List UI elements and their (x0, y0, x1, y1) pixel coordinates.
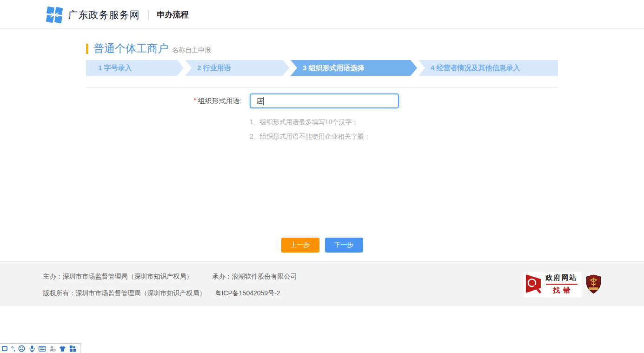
form-label: *组织形式用语: (86, 97, 250, 106)
badge-top-text: 政府网站 (546, 273, 578, 282)
ime-menu-icon[interactable] (69, 345, 77, 353)
page-subtitle: 名称自主申报 (172, 46, 211, 54)
footer-host: 主办：深圳市市场监督管理局（深圳市知识产权局） (43, 273, 193, 280)
text-caret (263, 97, 264, 105)
wizard-actions: 上一步 下一步 (86, 238, 558, 253)
previous-step-button[interactable]: 上一步 (281, 238, 319, 253)
hint-line-2: 2、组织形式用语不能使用企业相关字眼： (250, 132, 558, 141)
pinwheel-logo-icon (45, 6, 64, 24)
required-asterisk: * (193, 97, 196, 104)
form-hints: 1、组织形式用语最多填写10个汉字； 2、组织形式用语不能使用企业相关字眼： (250, 117, 558, 141)
step-3-zuzhixingshi: 3 组织形式用语选择 (291, 60, 417, 76)
step-2-hangye: 2 行业用语 (185, 60, 289, 76)
ime-voice-icon[interactable] (28, 345, 36, 353)
brand-home-link[interactable]: 广东政务服务网 (45, 6, 140, 24)
step-1-zihao: 1 字号录入 (86, 60, 184, 76)
footer: 主办：深圳市市场监督管理局（深圳市知识产权局）承办：浪潮软件股份有限公司 版权所… (0, 261, 644, 306)
ime-toolbar: °, (0, 343, 80, 353)
hint-line-1: 1、组织形式用语最多填写10个汉字； (250, 117, 558, 127)
page-title: 普通个体工商户 (93, 41, 168, 56)
ime-punctuation-icon[interactable]: °, (11, 346, 15, 352)
ime-mode-icon[interactable] (1, 345, 8, 353)
page-title-row: 普通个体工商户 名称自主申报 (86, 29, 558, 56)
brand-title: 广东政务服务网 (68, 8, 140, 21)
badge-divider (546, 284, 578, 285)
ime-keyboard-icon[interactable] (39, 345, 46, 353)
ime-account-icon[interactable] (49, 345, 56, 353)
header: 广东政务服务网 申办流程 (0, 0, 644, 29)
step-progress-bar: 1 字号录入 2 行业用语 3 组织形式用语选择 4 经营者情况及其他信息录入 (86, 60, 558, 76)
footer-copyright: 版权所有：深圳市市场监督管理局（深圳市知识产权局） (43, 289, 206, 297)
error-report-magnifier-icon (525, 273, 543, 296)
footer-line-2: 版权所有：深圳市市场监督管理局（深圳市知识产权局）粤ICP备15042059号-… (43, 289, 297, 297)
main-content: 普通个体工商户 名称自主申报 1 字号录入 2 行业用语 3 组织形式用语选择 … (86, 29, 558, 261)
ime-skin-icon[interactable] (59, 345, 66, 353)
form-row: *组织形式用语: (86, 93, 558, 108)
step-4-jingyingzhe: 4 经营者情况及其他信息录入 (418, 60, 558, 76)
section-divider (86, 87, 558, 87)
header-divider (148, 10, 149, 20)
next-step-button[interactable]: 下一步 (325, 238, 363, 253)
nav-title: 申办流程 (157, 9, 189, 20)
gov-website-error-report-badge[interactable]: 政府网站 找错 (524, 272, 582, 297)
ime-emoji-icon[interactable] (18, 345, 26, 353)
footer-undertaker: 承办：浪潮软件股份有限公司 (212, 273, 297, 280)
icp-record-link[interactable]: 粤ICP备15042059号-2 (215, 289, 280, 297)
footer-line-1: 主办：深圳市市场监督管理局（深圳市知识产权局）承办：浪潮软件股份有限公司 (43, 273, 297, 280)
organization-form-input[interactable] (250, 93, 399, 108)
certification-shield-badge[interactable] (586, 274, 601, 294)
form-label-text: 组织形式用语: (198, 97, 242, 105)
title-accent-bar (86, 44, 88, 54)
badge-bottom-text: 找错 (546, 286, 578, 295)
